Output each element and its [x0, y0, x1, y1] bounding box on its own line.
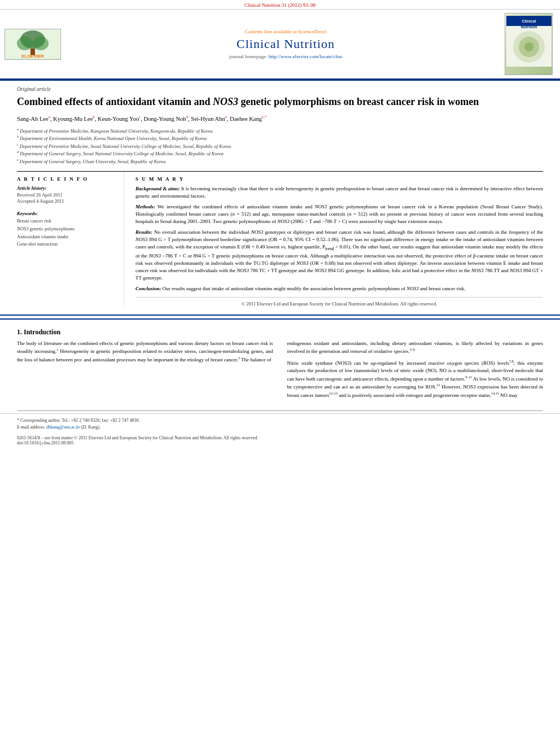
intro-paragraph-2: endogenous oxidant and antioxidants, inc…: [287, 340, 544, 356]
journal-homepage: journal homepage: http://www.elsevier.co…: [72, 54, 499, 59]
body-two-col: The body of literature on the combined e…: [17, 340, 543, 403]
article-title: Combined effects of antioxidant vitamin …: [17, 95, 543, 108]
keywords-section: Keywords: Breast cancer risk NOS3 geneti…: [17, 211, 118, 248]
footer-notes: * Corresponding author. Tel.: +82 2 740 …: [0, 413, 560, 434]
svg-text:ELSEVIER: ELSEVIER: [21, 54, 44, 59]
body-section: 1. Introduction The body of literature o…: [0, 318, 560, 409]
keyword-1: Breast cancer risk: [17, 217, 118, 225]
body-left-col: The body of literature on the combined e…: [17, 340, 273, 403]
elsevier-logo-area: ELSEVIER: [5, 29, 67, 60]
received-date: Received 26 April 2011: [17, 192, 118, 199]
footer-divider: [17, 410, 543, 411]
issn-note: 0261-5614/$ – see front matter © 2011 El…: [17, 435, 543, 440]
journal-reference: Clinical Nutrition 31 (2012) 93–98: [0, 0, 560, 10]
intro-paragraph-1: The body of literature on the combined e…: [17, 340, 273, 364]
sciencedirect-link: Contents lists available at ScienceDirec…: [72, 29, 499, 34]
keywords-list: Breast cancer risk NOS3 genetic polymorp…: [17, 217, 118, 248]
doi-note: doi:10.1016/j.clnu.2011.08.005: [17, 440, 543, 445]
summary-conclusion: Conclusion: Our results suggest that int…: [135, 285, 543, 292]
svg-text:Nutrition: Nutrition: [520, 25, 537, 29]
article-type-label: Original article: [17, 86, 543, 92]
journal-title: Clinical Nutrition: [72, 37, 499, 51]
svg-point-12: [524, 42, 533, 51]
accepted-date: Accepted 4 August 2011: [17, 198, 118, 205]
keywords-label: Keywords:: [17, 211, 118, 216]
footer-doi-issn: 0261-5614/$ – see front matter © 2011 El…: [0, 434, 560, 449]
svg-point-3: [33, 37, 49, 50]
article-info-summary: A R T I C L E I N F O Article history: R…: [17, 171, 543, 307]
summary-background: Background & aims: It is becoming increa…: [135, 185, 543, 200]
blue-divider-body: [0, 314, 560, 316]
keyword-2: NOS3 genetic polymorphisms: [17, 225, 118, 233]
summary-column: S U M M A R Y Background & aims: It is b…: [135, 172, 543, 307]
svg-point-2: [17, 37, 33, 50]
article-content: Original article Combined effects of ant…: [0, 81, 560, 312]
body-right-col: endogenous oxidant and antioxidants, inc…: [287, 340, 544, 403]
journal-header: ELSEVIER Contents lists available at Sci…: [0, 10, 560, 80]
summary-header: S U M M A R Y: [135, 176, 543, 182]
intro-paragraph-3: Nitric oxide synthase (NOS3) can be up-r…: [287, 359, 544, 400]
authors-line: Sang-Ah Leea, Kyoung-Mu Leeb, Keun-Young…: [17, 114, 543, 123]
keyword-3: Antioxidant vitamin intake: [17, 233, 118, 241]
article-history: Article history: Received 26 April 2011 …: [17, 185, 118, 206]
svg-text:Clinical: Clinical: [522, 19, 536, 23]
article-info-column: A R T I C L E I N F O Article history: R…: [17, 172, 124, 307]
email-note: E-mail address: dhkang@snu.ac.kr (D. Kan…: [17, 424, 543, 431]
summary-results: Results: No overall association between …: [135, 229, 543, 282]
summary-methods: Methods: We investigated the combined ef…: [135, 203, 543, 225]
keyword-4: Gene-diet interaction: [17, 241, 118, 248]
corresponding-author-note: * Corresponding author. Tel.: +82 2 740 …: [17, 417, 543, 424]
section-title-introduction: 1. Introduction: [17, 328, 543, 337]
elsevier-tree-image: ELSEVIER: [5, 29, 61, 60]
history-label: Article history:: [17, 185, 118, 191]
journal-cover-image: Clinical Nutrition: [505, 13, 555, 75]
journal-header-center: Contents lists available at ScienceDirec…: [72, 29, 499, 59]
affiliations: a Department of Preventive Medicine, Kan…: [17, 127, 543, 165]
copyright-text: © 2011 Elsevier Ltd and European Society…: [135, 297, 543, 307]
article-info-header: A R T I C L E I N F O: [17, 176, 118, 182]
